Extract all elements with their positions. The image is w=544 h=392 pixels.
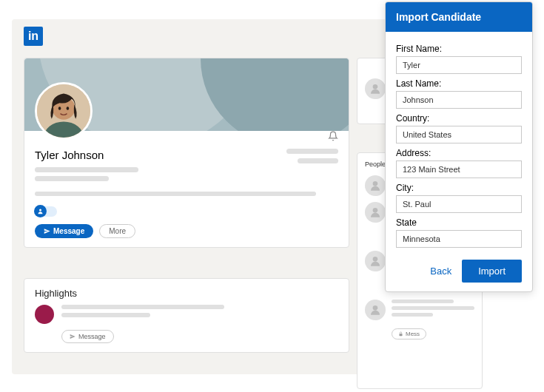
- first-name-label: First Name:: [396, 44, 522, 54]
- message-button-label: Message: [53, 227, 84, 235]
- dialog-title: Import Candidate: [386, 2, 532, 32]
- svg-point-10: [373, 257, 378, 262]
- city-input[interactable]: [396, 195, 522, 213]
- placeholder-line: [392, 313, 433, 317]
- profile-card: Tyler Johnson Message More: [24, 58, 349, 248]
- svg-point-5: [39, 209, 41, 212]
- first-name-input[interactable]: [396, 56, 522, 74]
- svg-point-3: [58, 107, 61, 110]
- svg-rect-13: [399, 334, 402, 336]
- import-button[interactable]: Import: [462, 260, 522, 283]
- svg-point-6: [373, 84, 378, 89]
- last-name-input[interactable]: [396, 91, 522, 109]
- placeholder-line: [35, 167, 138, 172]
- country-input[interactable]: [396, 126, 522, 143]
- svg-point-4: [67, 107, 70, 110]
- message-button-small[interactable]: Mess: [392, 328, 426, 339]
- last-name-label: Last Name:: [396, 78, 522, 89]
- placeholder-line: [35, 192, 316, 196]
- country-label: Country:: [396, 113, 522, 124]
- placeholder-line: [392, 306, 474, 310]
- more-button[interactable]: More: [99, 224, 135, 238]
- address-input[interactable]: [396, 160, 522, 178]
- avatar-placeholder: [365, 300, 386, 320]
- person-icon: [34, 205, 47, 217]
- avatar-placeholder: [365, 175, 386, 196]
- address-label: Address:: [396, 148, 522, 158]
- avatar-placeholder: [365, 251, 386, 271]
- svg-point-7: [373, 181, 378, 186]
- highlight-message-button[interactable]: Message: [61, 330, 114, 343]
- placeholder-line: [286, 149, 338, 154]
- avatar-placeholder: [365, 202, 386, 223]
- placeholder-line: [35, 176, 109, 181]
- avatar-placeholder: [365, 78, 386, 99]
- placeholder-line: [392, 300, 454, 303]
- svg-point-8: [373, 208, 378, 213]
- state-input[interactable]: [396, 230, 522, 248]
- send-icon: [44, 228, 50, 234]
- highlight-message-label: Message: [78, 333, 106, 340]
- profile-avatar[interactable]: [35, 82, 93, 140]
- back-button[interactable]: Back: [430, 266, 451, 277]
- lock-icon: [398, 331, 403, 337]
- svg-point-12: [373, 305, 378, 311]
- message-label-small: Mess: [406, 331, 420, 337]
- highlights-title: Highlights: [35, 288, 338, 299]
- import-candidate-dialog: Import Candidate First Name: Last Name: …: [385, 1, 533, 292]
- message-button[interactable]: Message: [35, 224, 93, 238]
- highlight-avatar: [35, 305, 54, 324]
- send-icon: [70, 334, 75, 339]
- state-label: State: [396, 217, 522, 228]
- city-label: City:: [396, 183, 522, 193]
- placeholder-line: [61, 305, 224, 309]
- bell-icon[interactable]: [328, 131, 338, 144]
- highlights-card: Highlights Message: [24, 278, 349, 353]
- placeholder-line: [61, 313, 150, 317]
- visibility-toggle[interactable]: [35, 206, 57, 217]
- placeholder-line: [298, 158, 338, 163]
- linkedin-logo[interactable]: in: [24, 27, 43, 46]
